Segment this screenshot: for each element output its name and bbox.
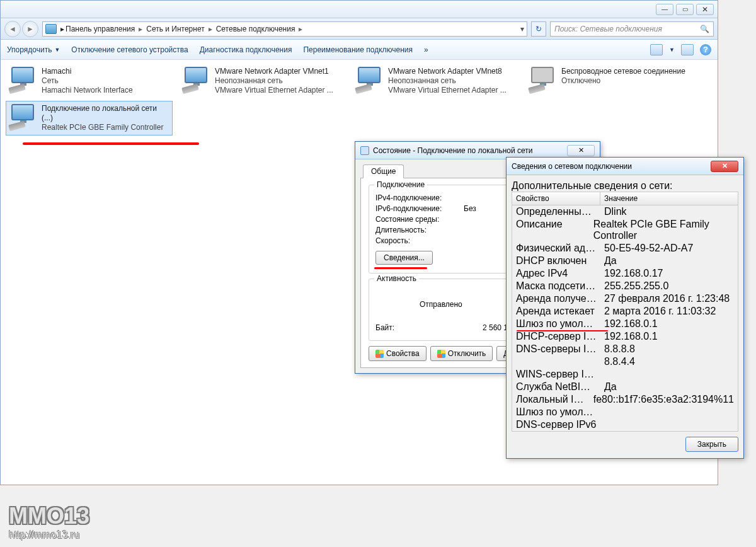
details-header: Дополнительные сведения о сети:: [512, 180, 738, 192]
watermark: MMO13 http://mmo13.ru: [9, 503, 89, 541]
property-value: 8.8.4.4: [600, 356, 639, 367]
property-name: DHCP включен: [512, 255, 600, 267]
connection-adapter: VMware Virtual Ethernet Adapter ...: [215, 86, 333, 95]
search-icon: 🔍: [700, 25, 709, 33]
more-commands[interactable]: »: [424, 45, 428, 54]
property-name: Адрес IPv4: [512, 268, 600, 279]
property-name: DNS-сервер IPv6: [512, 419, 600, 430]
view-mode-icon[interactable]: [650, 44, 663, 55]
maximize-button[interactable]: ▭: [676, 4, 694, 15]
address-bar: ◄ ► ▸ Панель управления ▸ Сеть и Интерне…: [1, 18, 718, 40]
crumb-3[interactable]: Сетевые подключения: [216, 25, 295, 33]
connection-status: Неопознанная сеть: [388, 76, 507, 86]
connection-item[interactable]: VMware Network Adapter VMnet8 Неопознанн…: [352, 64, 519, 98]
control-panel-icon: [45, 24, 57, 34]
property-name: [512, 356, 600, 367]
organize-menu[interactable]: Упорядочить▼: [7, 45, 60, 54]
annotation-underline: [23, 142, 199, 145]
connection-adapter: Realtek PCIe GBE Family Controller: [42, 123, 169, 132]
property-name: Шлюз по умолчанию IP...: [512, 318, 600, 330]
preview-pane-icon[interactable]: [681, 44, 694, 55]
diagnose-button[interactable]: Диагностика подключения: [200, 45, 292, 54]
watermark-url: http://mmo13.ru: [9, 529, 89, 541]
property-value: Да: [600, 255, 621, 267]
connection-status: Отключено: [561, 76, 685, 86]
back-button[interactable]: ◄: [4, 21, 21, 37]
property-value: 192.168.0.1: [600, 331, 662, 342]
connection-icon: [529, 67, 556, 92]
property-value: 192.168.0.1: [600, 318, 662, 330]
details-dialog-title: Сведения о сетевом подключении ✕: [507, 158, 743, 175]
search-placeholder: Поиск: Сетевые подключения: [554, 25, 662, 33]
property-value: 27 февраля 2016 г. 1:23:48: [600, 293, 733, 304]
help-icon[interactable]: ?: [700, 44, 711, 55]
tab-general[interactable]: Общие: [363, 164, 404, 178]
sent-label: Отправлено: [420, 300, 462, 309]
property-row: DNS-серверы IPv48.8.8.8: [512, 343, 738, 355]
property-row: Физический адрес50-E5-49-52-AD-A7: [512, 242, 738, 255]
details-dialog: Сведения о сетевом подключении ✕ Дополни…: [506, 157, 744, 459]
connection-status: Неопознанная сеть: [215, 76, 333, 86]
connection-name: Hamachi: [42, 67, 133, 76]
property-row: Шлюз по умолчанию IP...192.168.0.1: [512, 318, 738, 330]
connection-item[interactable]: Подключение по локальной сети (...) Real…: [6, 101, 173, 135]
connection-icon: [9, 104, 37, 129]
property-row: Локальный IPv6-адрес...fe80::b1f7:6e35:e…: [512, 393, 738, 406]
watermark-logo: MMO13: [9, 503, 89, 529]
connection-name: Подключение по локальной сети (...): [42, 104, 169, 123]
properties-button[interactable]: Свойства: [369, 346, 427, 361]
property-value: 255.255.255.0: [600, 280, 672, 292]
connection-adapter: Hamachi Network Interface: [42, 86, 133, 95]
col-property[interactable]: Свойство: [512, 192, 600, 205]
property-row: 8.8.4.4: [512, 355, 738, 368]
command-bar: Упорядочить▼ Отключение сетевого устройс…: [1, 40, 718, 60]
explorer-titlebar: — ▭ ✕: [1, 1, 718, 18]
property-row: ОписаниеRealtek PCIe GBE Family Controll…: [512, 218, 738, 242]
col-value[interactable]: Значение: [600, 192, 641, 205]
property-table: Свойство Значение Определенный для по...…: [512, 192, 738, 432]
connection-icon: [9, 67, 37, 92]
property-row: Аренда истекает2 марта 2016 г. 11:03:32: [512, 305, 738, 318]
details-button[interactable]: Сведения...: [375, 251, 433, 265]
property-row: DHCP-сервер IPv4192.168.0.1: [512, 330, 738, 343]
annotation-underline: [374, 267, 427, 269]
property-row: DNS-сервер IPv6: [512, 418, 738, 431]
network-icon: [360, 146, 369, 155]
connection-item[interactable]: Беспроводное сетевое соединение Отключен…: [525, 64, 692, 98]
property-name: DNS-серверы IPv4: [512, 343, 600, 355]
connection-icon: [182, 67, 210, 92]
search-input[interactable]: Поиск: Сетевые подключения 🔍: [550, 21, 714, 37]
crumb-2[interactable]: Сеть и Интернет: [146, 25, 204, 33]
disable-button[interactable]: Отключить: [430, 346, 493, 361]
shield-icon: [437, 350, 445, 358]
disable-device-button[interactable]: Отключение сетевого устройства: [71, 45, 188, 54]
connection-item[interactable]: VMware Network Adapter VMnet1 Неопознанн…: [179, 64, 346, 98]
property-value: Dlink: [600, 206, 631, 217]
status-close-button[interactable]: ✕: [567, 145, 595, 156]
property-name: Аренда получена: [512, 293, 600, 304]
forward-button[interactable]: ►: [22, 21, 38, 37]
property-row: Служба NetBIOS через...Да: [512, 381, 738, 393]
crumb-1[interactable]: Панель управления: [66, 25, 135, 33]
details-close-button[interactable]: ✕: [711, 161, 738, 172]
property-row: Аренда получена27 февраля 2016 г. 1:23:4…: [512, 292, 738, 305]
property-row: WINS-сервер IPv4: [512, 368, 738, 381]
refresh-button[interactable]: ↻: [531, 21, 546, 37]
property-row: Адрес IPv4192.168.0.17: [512, 267, 738, 280]
connection-item[interactable]: Hamachi Сеть Hamachi Network Interface: [6, 64, 173, 98]
minimize-button[interactable]: —: [656, 4, 673, 15]
property-name: Определенный для по...: [512, 206, 600, 217]
breadcrumb[interactable]: ▸ Панель управления ▸ Сеть и Интернет ▸ …: [42, 21, 527, 37]
close-details-button[interactable]: Закрыть: [685, 437, 738, 452]
connection-list: Hamachi Сеть Hamachi Network Interface V…: [1, 60, 718, 139]
close-button[interactable]: ✕: [696, 4, 714, 15]
property-name: DHCP-сервер IPv4: [512, 331, 600, 342]
rename-button[interactable]: Переименование подключения: [303, 45, 413, 54]
connection-adapter: VMware Virtual Ethernet Adapter ...: [388, 86, 507, 95]
property-value: 2 марта 2016 г. 11:03:32: [600, 306, 719, 317]
property-value: [600, 419, 608, 430]
shield-icon: [375, 350, 384, 358]
connection-name: Беспроводное сетевое соединение: [561, 67, 685, 76]
connection-name: VMware Network Adapter VMnet8: [388, 67, 507, 76]
connection-icon: [355, 67, 383, 92]
